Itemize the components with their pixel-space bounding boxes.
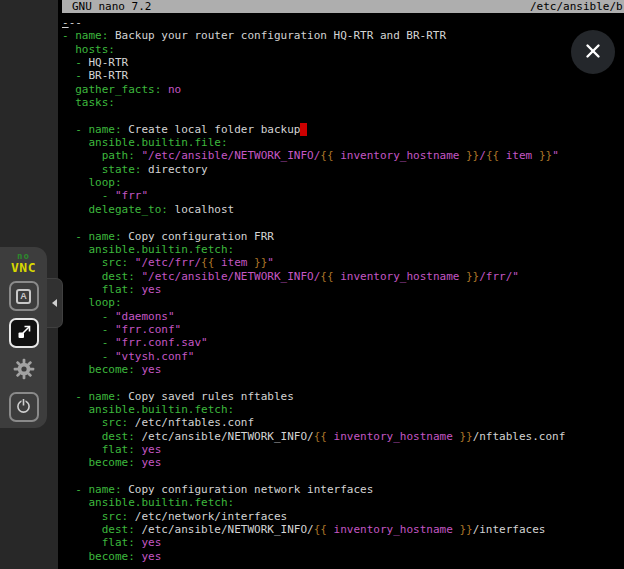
- text-cursor: [300, 123, 307, 136]
- code-line: ---: [62, 16, 622, 29]
- vnc-button-column: A: [9, 281, 39, 422]
- collapse-arrow-icon: [52, 299, 57, 307]
- nano-titlebar: GNU nano 7.2 /etc/ansible/b: [62, 0, 624, 13]
- code-line: become: yes: [62, 363, 622, 376]
- code-line: dest: /etc/ansible/NETWORK_INFO/{{ inven…: [62, 430, 622, 443]
- code-line: - "frr": [62, 189, 622, 202]
- code-line: flat: yes: [62, 283, 622, 296]
- code-line: become: yes: [62, 550, 622, 563]
- code-line: state: directory: [62, 163, 622, 176]
- code-line: become: yes: [62, 456, 622, 469]
- code-line: loop:: [62, 176, 622, 189]
- terminal-window: GNU nano 7.2 /etc/ansible/b ---- name: B…: [58, 0, 624, 569]
- code-line: path: "/etc/ansible/NETWORK_INFO/{{ inve…: [62, 149, 622, 162]
- code-line: flat: yes: [62, 443, 622, 456]
- control-bar-handle[interactable]: [47, 278, 63, 328]
- code-line: - "frr.conf.sav": [62, 336, 622, 349]
- code-line: - "frr.conf": [62, 323, 622, 336]
- nano-file-path: /etc/ansible/b: [530, 0, 623, 13]
- code-line: - name: Create local folder backup: [62, 123, 622, 136]
- nano-version-label: GNU nano 7.2: [72, 0, 151, 13]
- code-line: - "daemons": [62, 310, 622, 323]
- code-line: - name: Copy configuration network inter…: [62, 483, 622, 496]
- code-line: - name: Backup your router configuration…: [62, 29, 622, 42]
- code-line: - HQ-RTR: [62, 56, 622, 69]
- code-line: [62, 109, 622, 122]
- code-line: tasks:: [62, 96, 622, 109]
- novnc-logo-bottom: VNC: [11, 261, 36, 274]
- power-icon: [15, 397, 32, 417]
- vnc-control-bar: no VNC A: [0, 247, 47, 428]
- code-line: - "vtysh.conf": [62, 350, 622, 363]
- keyboard-a-icon: A: [16, 289, 31, 304]
- code-line: - BR-RTR: [62, 69, 622, 82]
- code-line: src: /etc/nftables.conf: [62, 416, 622, 429]
- code-line: hosts:: [62, 43, 622, 56]
- code-line: [62, 376, 622, 389]
- disconnect-button[interactable]: [9, 392, 39, 422]
- code-line: ansible.builtin.fetch:: [62, 403, 622, 416]
- extra-keys-button[interactable]: A: [9, 281, 39, 311]
- code-line: delegate_to: localhost: [62, 203, 622, 216]
- code-line: src: /etc/network/interfaces: [62, 510, 622, 523]
- code-line: loop:: [62, 296, 622, 309]
- gear-icon: [13, 358, 35, 383]
- code-line: src: "/etc/frr/{{ item }}": [62, 256, 622, 269]
- close-button[interactable]: [571, 30, 615, 74]
- code-line: ansible.builtin.fetch:: [62, 243, 622, 256]
- editor-content[interactable]: ---- name: Backup your router configurat…: [62, 16, 622, 563]
- close-icon: [583, 41, 603, 64]
- code-line: dest: /etc/ansible/NETWORK_INFO/{{ inven…: [62, 523, 622, 536]
- code-line: ansible.builtin.fetch:: [62, 496, 622, 509]
- code-line: ansible.builtin.file:: [62, 136, 622, 149]
- code-line: flat: yes: [62, 536, 622, 549]
- code-line: - name: Copy configuration FRR: [62, 230, 622, 243]
- code-line: gather_facts: no: [62, 83, 622, 96]
- fullscreen-button[interactable]: [9, 318, 39, 348]
- code-line: dest: "/etc/ansible/NETWORK_INFO/{{ inve…: [62, 270, 622, 283]
- settings-button[interactable]: [9, 355, 39, 385]
- code-line: [62, 216, 622, 229]
- code-line: [62, 470, 622, 483]
- fullscreen-icon: [16, 324, 32, 343]
- novnc-logo: no VNC: [11, 252, 36, 274]
- code-line: - name: Copy saved rules nftables: [62, 390, 622, 403]
